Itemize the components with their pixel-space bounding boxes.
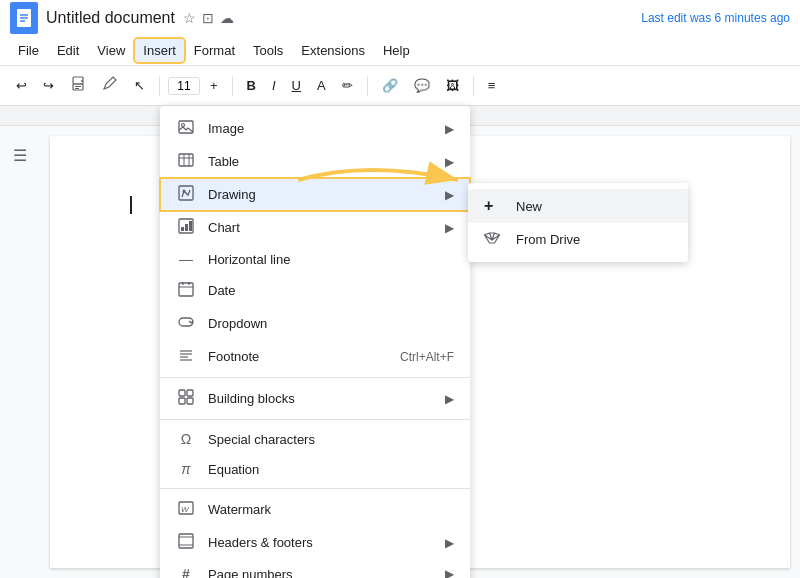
- svg-point-16: [183, 190, 186, 193]
- align-button[interactable]: ≡: [482, 75, 502, 96]
- drawing-menu-icon: [176, 185, 196, 204]
- page-numbers-label: Page numbers: [208, 567, 437, 579]
- submenu-row-new[interactable]: + New: [468, 189, 688, 223]
- paintformat-button[interactable]: [96, 73, 124, 98]
- menu-row-dropdown[interactable]: Dropdown: [160, 307, 470, 340]
- menu-row-page-numbers[interactable]: # Page numbers ▶: [160, 559, 470, 578]
- svg-rect-7: [75, 88, 79, 89]
- footnote-menu-icon: [176, 347, 196, 366]
- menu-row-watermark[interactable]: W Watermark: [160, 493, 470, 526]
- svg-rect-30: [179, 390, 185, 396]
- link-button[interactable]: 🔗: [376, 75, 404, 96]
- menu-row-chart[interactable]: Chart ▶: [160, 211, 470, 244]
- outline-icon[interactable]: ☰: [13, 146, 27, 165]
- highlight-button[interactable]: ✏: [336, 75, 359, 96]
- menu-help[interactable]: Help: [375, 39, 418, 62]
- underline-button[interactable]: U: [286, 75, 307, 96]
- cloud-icon[interactable]: ☁: [220, 10, 234, 26]
- table-menu-icon: [176, 152, 196, 171]
- menu-format[interactable]: Format: [186, 39, 243, 62]
- font-size-increase[interactable]: +: [204, 75, 224, 96]
- svg-rect-9: [179, 121, 193, 133]
- cursor-button[interactable]: ↖: [128, 75, 151, 96]
- menu-extensions[interactable]: Extensions: [293, 39, 373, 62]
- from-drive-label: From Drive: [516, 232, 580, 247]
- bold-button[interactable]: B: [241, 75, 262, 96]
- insert-menu: Image ▶ Table ▶ Drawing ▶: [160, 106, 470, 578]
- svg-rect-6: [75, 86, 81, 87]
- menu-row-building-blocks[interactable]: Building blocks ▶: [160, 382, 470, 415]
- menu-row-table[interactable]: Table ▶: [160, 145, 470, 178]
- footnote-shortcut: Ctrl+Alt+F: [400, 350, 454, 364]
- undo-button[interactable]: ↩: [10, 75, 33, 96]
- menu-file[interactable]: File: [10, 39, 47, 62]
- chart-menu-arrow: ▶: [445, 221, 454, 235]
- toolbar-sep-1: [159, 76, 160, 96]
- svg-point-8: [81, 80, 83, 82]
- menu-row-equation[interactable]: π Equation: [160, 454, 470, 484]
- menu-row-drawing[interactable]: Drawing ▶: [160, 178, 470, 211]
- table-menu-arrow: ▶: [445, 155, 454, 169]
- headers-footers-icon: [176, 533, 196, 552]
- chart-menu-icon: [176, 218, 196, 237]
- toolbar: ↩ ↪ ↖ + B I U A ✏ 🔗 💬 🖼 ≡: [0, 66, 800, 106]
- date-menu-label: Date: [208, 283, 454, 298]
- equation-label: Equation: [208, 462, 454, 477]
- drawing-menu-label: Drawing: [208, 187, 437, 202]
- new-icon: +: [484, 197, 504, 215]
- menu-row-special-chars[interactable]: Ω Special characters: [160, 424, 470, 454]
- dropdown-menu-label: Dropdown: [208, 316, 454, 331]
- italic-button[interactable]: I: [266, 75, 282, 96]
- building-blocks-icon: [176, 389, 196, 408]
- drawing-menu-arrow: ▶: [445, 188, 454, 202]
- menu-row-image[interactable]: Image ▶: [160, 112, 470, 145]
- toolbar-sep-4: [473, 76, 474, 96]
- watermark-label: Watermark: [208, 502, 454, 517]
- document-title[interactable]: Untitled document: [46, 9, 175, 27]
- menu-divider-3: [160, 488, 470, 489]
- last-edit-text: Last edit was 6 minutes ago: [641, 11, 790, 25]
- svg-rect-19: [185, 224, 188, 231]
- svg-rect-21: [179, 283, 193, 296]
- menu-row-footnote[interactable]: Footnote Ctrl+Alt+F: [160, 340, 470, 373]
- image-button[interactable]: 🖼: [440, 75, 465, 96]
- menu-view[interactable]: View: [89, 39, 133, 62]
- table-menu-label: Table: [208, 154, 437, 169]
- svg-point-10: [182, 124, 185, 127]
- font-color-button[interactable]: A: [311, 75, 332, 96]
- font-size-input[interactable]: [168, 77, 200, 95]
- drawing-submenu: + New From Drive: [468, 183, 688, 262]
- menu-row-hline[interactable]: — Horizontal line: [160, 244, 470, 274]
- menu-row-headers-footers[interactable]: Headers & footers ▶: [160, 526, 470, 559]
- svg-rect-31: [187, 390, 193, 396]
- left-sidebar: ☰: [0, 126, 40, 578]
- menu-divider-2: [160, 419, 470, 420]
- page-numbers-arrow: ▶: [445, 567, 454, 578]
- from-drive-icon: [484, 231, 504, 248]
- menu-divider-1: [160, 377, 470, 378]
- menu-edit[interactable]: Edit: [49, 39, 87, 62]
- svg-rect-11: [179, 154, 193, 166]
- star-icon[interactable]: ☆: [183, 10, 196, 26]
- redo-button[interactable]: ↪: [37, 75, 60, 96]
- comment-button[interactable]: 💬: [408, 75, 436, 96]
- print-button[interactable]: [64, 73, 92, 98]
- new-label: New: [516, 199, 542, 214]
- hline-menu-label: Horizontal line: [208, 252, 454, 267]
- menu-row-date[interactable]: Date: [160, 274, 470, 307]
- folder-icon[interactable]: ⊡: [202, 10, 214, 26]
- toolbar-sep-2: [232, 76, 233, 96]
- svg-rect-25: [179, 318, 193, 326]
- special-chars-label: Special characters: [208, 432, 454, 447]
- svg-text:W: W: [181, 505, 190, 514]
- submenu-row-from-drive[interactable]: From Drive: [468, 223, 688, 256]
- building-blocks-arrow: ▶: [445, 392, 454, 406]
- image-menu-label: Image: [208, 121, 437, 136]
- menu-insert[interactable]: Insert: [135, 39, 184, 62]
- title-bar: Untitled document ☆ ⊡ ☁ Last edit was 6 …: [0, 0, 800, 36]
- svg-rect-18: [181, 227, 184, 231]
- page-numbers-icon: #: [176, 566, 196, 578]
- dropdown-menu-icon: [176, 314, 196, 333]
- date-menu-icon: [176, 281, 196, 300]
- menu-tools[interactable]: Tools: [245, 39, 291, 62]
